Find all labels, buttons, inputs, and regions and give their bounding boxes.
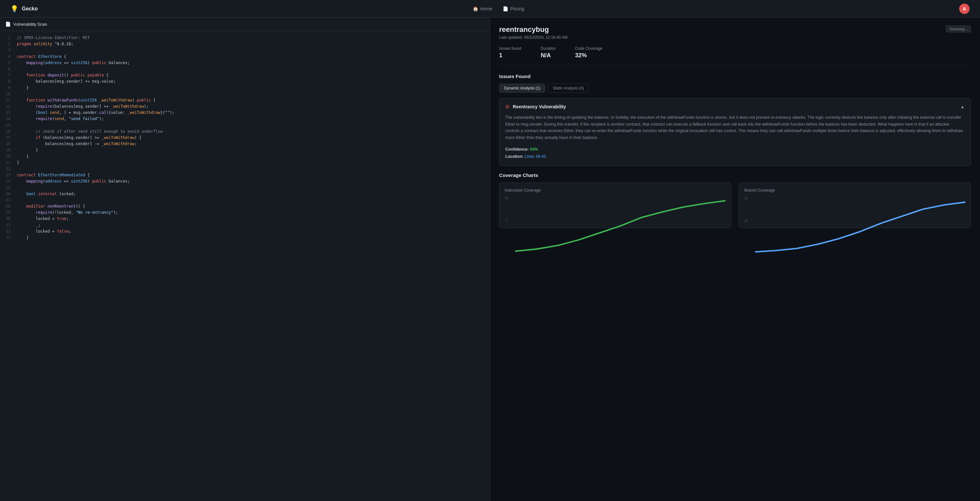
collapse-icon[interactable]: ▲	[960, 104, 965, 109]
stat-issues-label: Issues found	[499, 46, 521, 51]
code-line-19: }	[14, 147, 490, 153]
tab-dynamic-analysis[interactable]: Dynamic Analysis (1)	[499, 84, 545, 93]
code-line-5: mapping(address => uint256) public balan…	[14, 60, 490, 66]
line-number-13: 13	[3, 110, 10, 116]
vuln-header: ⊘ Reentrancy Vulnerability ▲	[505, 103, 965, 110]
vulnerability-icon: ⊘	[505, 103, 509, 110]
code-line-29: require(!locked, "No re-entrancy");	[14, 210, 490, 216]
nav-pricing-link[interactable]: 📄 Pricing	[503, 6, 524, 11]
line-number-31: 31	[3, 222, 10, 228]
code-line-20: }	[14, 154, 490, 160]
code-line-26: bool internal locked;	[14, 191, 490, 197]
stat-coverage: Code Coverage 32%	[575, 46, 602, 59]
analysis-tabs: Dynamic Analysis (1) Static Analysis (0)	[499, 84, 971, 93]
line-number-28: 28	[3, 203, 10, 210]
line-number-16: 16	[3, 129, 10, 135]
line-number-2: 2	[3, 41, 10, 47]
line-number-14: 14	[3, 116, 10, 122]
line-number-4: 4	[3, 54, 10, 60]
instruction-y-labels: 36 27	[504, 197, 514, 223]
nav-home-label: Home	[480, 6, 492, 11]
code-line-31: _;	[14, 222, 490, 228]
code-content: 1234567891011121314151617181920212223242…	[0, 31, 490, 501]
line-number-32: 32	[3, 228, 10, 235]
nav-links: 🏠 Home 📄 Pricing	[51, 6, 946, 11]
code-line-30: locked = true;	[14, 216, 490, 222]
user-avatar[interactable]: A	[959, 3, 970, 14]
line-number-8: 8	[3, 78, 10, 84]
line-number-18: 18	[3, 141, 10, 147]
line-number-24: 24	[3, 178, 10, 184]
vuln-meta: Confidence: 94% Location: Lines 38-43	[505, 146, 965, 161]
code-line-12: require(balances[msg.sender] >= _weiToWi…	[14, 103, 490, 110]
code-line-17: if (balances[msg.sender] >= _weiToWithdr…	[14, 135, 490, 141]
code-panel-title: Vulnerability Scan	[13, 22, 47, 27]
right-panel: reentrancybug Last updated: 09/22/2024, …	[490, 17, 980, 501]
brand-name: Gecko	[22, 6, 38, 12]
instruction-coverage-svg	[515, 197, 725, 253]
coverage-section: Coverage Charts Instruction Coverage 36 …	[499, 172, 971, 228]
vuln-location: Location: Lines 38-43	[505, 153, 965, 161]
code-line-32: locked = false;	[14, 228, 490, 235]
branch-y-top: 32	[745, 197, 754, 200]
code-line-33: }	[14, 235, 490, 241]
coverage-charts-title: Coverage Charts	[499, 172, 971, 178]
line-number-29: 29	[3, 210, 10, 216]
code-line-11: function withdrawFunds(uint256 _weiToWit…	[14, 97, 490, 103]
stat-duration-value: N/A	[541, 52, 555, 59]
line-number-33: 33	[3, 235, 10, 241]
code-line-4: contract EtherStore {	[14, 54, 490, 60]
stat-coverage-value: 32%	[575, 52, 602, 59]
scan-subtitle: Last updated: 09/22/2024, 12:16:40 AM	[499, 35, 568, 40]
stat-duration-label: Duration	[541, 46, 555, 51]
tab-static-analysis[interactable]: Static Analysis (0)	[548, 84, 589, 93]
branch-coverage-title: Branch Coverage	[745, 188, 966, 192]
location-link[interactable]: Lines 38-43	[525, 154, 546, 159]
code-line-21: }	[14, 160, 490, 166]
line-number-12: 12	[3, 103, 10, 110]
vuln-title: Reentrancy Vulnerability	[513, 104, 566, 109]
vuln-title-row: ⊘ Reentrancy Vulnerability	[505, 103, 566, 110]
branch-coverage-chart: Branch Coverage 32 24	[739, 183, 971, 228]
code-line-27	[14, 197, 490, 203]
nav-brand[interactable]: 💡 Gecko	[10, 5, 38, 13]
file-icon: 📄	[5, 21, 11, 27]
code-line-18: balances[msg.sender] -= _weiToWithdraw;	[14, 141, 490, 147]
location-label: Location:	[505, 154, 523, 159]
line-number-20: 20	[3, 154, 10, 160]
code-line-1: // SPDX-License-Identifier: MIT	[14, 35, 490, 41]
line-number-30: 30	[3, 216, 10, 222]
line-number-19: 19	[3, 147, 10, 153]
code-line-25	[14, 185, 490, 191]
line-number-21: 21	[3, 160, 10, 166]
code-line-10	[14, 91, 490, 97]
scan-header: reentrancybug Last updated: 09/22/2024, …	[499, 25, 971, 40]
code-area: // SPDX-License-Identifier: MITpragma so…	[14, 31, 490, 501]
instruction-coverage-area: 36 27	[504, 197, 725, 223]
issues-section-title: Issues Found	[499, 73, 971, 79]
code-line-24: mapping(address => uint256) public balan…	[14, 178, 490, 184]
line-number-5: 5	[3, 60, 10, 66]
branch-y-labels: 32 24	[745, 197, 754, 223]
code-line-16: // check if after send still enough to a…	[14, 129, 490, 135]
branch-coverage-svg	[755, 197, 966, 253]
stats-row: Issues found 1 Duration N/A Code Coverag…	[499, 46, 971, 66]
pricing-icon: 📄	[503, 6, 508, 11]
code-line-3	[14, 47, 490, 53]
code-line-9: }	[14, 85, 490, 91]
code-line-2: pragma solidity ^0.8.18;	[14, 41, 490, 47]
line-number-15: 15	[3, 122, 10, 129]
code-line-13: (bool send, ) = msg.sender.call{value: _…	[14, 110, 490, 116]
line-number-9: 9	[3, 85, 10, 91]
scan-title: reentrancybug	[499, 25, 568, 34]
nav-home-link[interactable]: 🏠 Home	[473, 6, 492, 11]
code-line-7: function deposit() public payable {	[14, 72, 490, 78]
confidence-value: 94%	[530, 147, 538, 152]
code-line-22	[14, 166, 490, 172]
instruction-coverage-title: Instruction Coverage	[504, 188, 725, 192]
confidence-label: Confidence:	[505, 147, 529, 152]
instruction-coverage-chart: Instruction Coverage 36 27	[499, 183, 731, 228]
nav-pricing-label: Pricing	[510, 6, 524, 11]
line-number-26: 26	[3, 191, 10, 197]
navbar: 💡 Gecko 🏠 Home 📄 Pricing A	[0, 0, 980, 17]
